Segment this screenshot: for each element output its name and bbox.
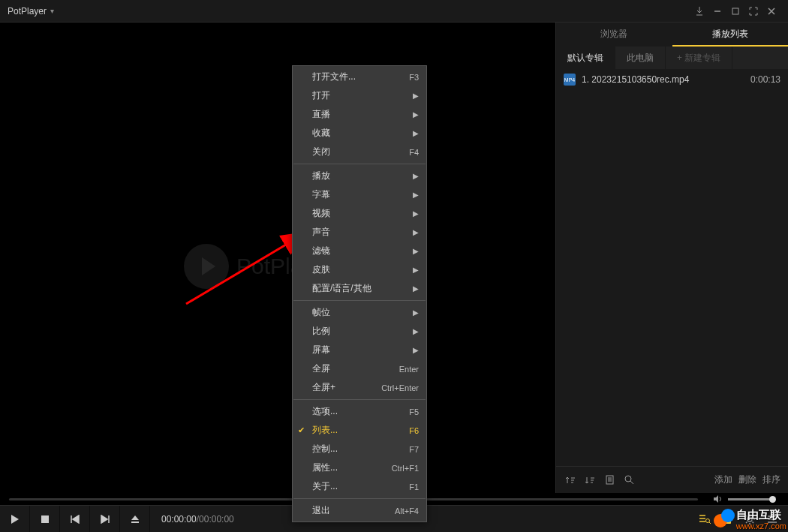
playlist-tab-default[interactable]: 默认专辑 — [556, 47, 615, 69]
svg-point-3 — [625, 476, 631, 482]
prev-button[interactable] — [60, 506, 90, 533]
check-icon: ✔ — [298, 425, 305, 435]
menu-separator — [293, 164, 426, 164]
menu-icon[interactable] — [761, 506, 783, 533]
menu-item-18[interactable]: 全屏+Ctrl+Enter — [293, 378, 426, 397]
next-button[interactable] — [90, 506, 120, 533]
menu-item-label: 声音 — [312, 226, 413, 239]
menu-item-7[interactable]: 字幕▶ — [293, 185, 426, 204]
minimize-button[interactable] — [708, 2, 726, 20]
submenu-arrow-icon: ▶ — [413, 266, 419, 274]
pin-button[interactable] — [690, 2, 708, 20]
menu-item-label: 收藏 — [312, 127, 413, 140]
menu-item-label: 全屏 — [312, 362, 399, 375]
file-type-icon: MP4 — [564, 74, 576, 86]
menu-item-shortcut: F5 — [409, 407, 419, 416]
menu-item-label: 直播 — [312, 108, 413, 121]
context-menu: 打开文件...F3打开▶直播▶收藏▶关闭F4播放▶字幕▶视频▶声音▶滤镜▶皮肤▶… — [292, 65, 427, 522]
menu-item-shortcut: F3 — [409, 73, 419, 82]
search-list-icon[interactable] — [693, 506, 716, 533]
menu-item-20[interactable]: 选项...F5 — [293, 402, 426, 421]
play-button[interactable] — [0, 506, 30, 533]
maximize-button[interactable] — [726, 2, 744, 20]
tab-browser[interactable]: 浏览器 — [556, 23, 672, 47]
playlist-tab-thispc[interactable]: 此电脑 — [615, 47, 666, 69]
menu-item-label: 全屏+ — [312, 381, 381, 394]
playlist-item[interactable]: MP41. 2023215103650rec.mp40:00:13 — [556, 69, 788, 90]
submenu-arrow-icon: ▶ — [413, 284, 419, 293]
svg-rect-0 — [732, 8, 738, 14]
menu-item-1[interactable]: 打开▶ — [293, 86, 426, 105]
playlist-tab-new[interactable]: + 新建专辑 — [666, 47, 732, 69]
sf-sort[interactable]: 排序 — [759, 473, 783, 486]
volume-icon[interactable] — [713, 494, 723, 503]
menu-item-label: 选项... — [312, 405, 409, 418]
menu-item-0[interactable]: 打开文件...F3 — [293, 68, 426, 86]
fullscreen-button[interactable] — [744, 2, 762, 20]
submenu-arrow-icon: ▶ — [413, 247, 419, 255]
menu-item-24[interactable]: 关于...F1 — [293, 477, 426, 496]
menu-item-10[interactable]: 滤镜▶ — [293, 242, 426, 260]
sf-doc-icon[interactable] — [600, 470, 619, 490]
menu-item-label: 皮肤 — [312, 263, 413, 276]
submenu-arrow-icon: ▶ — [413, 191, 419, 199]
menu-item-11[interactable]: 皮肤▶ — [293, 260, 426, 279]
chevron-down-icon[interactable]: ▾ — [50, 7, 54, 15]
app-title[interactable]: PotPlayer — [8, 6, 47, 17]
tab-playlist[interactable]: 播放列表 — [672, 23, 789, 47]
svg-rect-4 — [41, 515, 49, 523]
menu-item-3[interactable]: 收藏▶ — [293, 124, 426, 143]
sf-remove[interactable]: 删除 — [735, 473, 759, 486]
menu-item-15[interactable]: 比例▶ — [293, 322, 426, 341]
menu-item-26[interactable]: 退出Alt+F4 — [293, 501, 426, 520]
submenu-arrow-icon: ▶ — [413, 92, 419, 100]
menu-item-label: 关闭 — [312, 146, 409, 158]
eject-button[interactable] — [120, 506, 150, 533]
menu-item-22[interactable]: 控制...F7 — [293, 440, 426, 458]
stop-button[interactable] — [30, 506, 60, 533]
submenu-arrow-icon: ▶ — [413, 172, 419, 180]
menu-item-4[interactable]: 关闭F4 — [293, 143, 426, 161]
settings-icon[interactable] — [738, 506, 761, 533]
svg-point-7 — [747, 517, 752, 521]
submenu-arrow-icon: ▶ — [413, 110, 419, 119]
sf-search-icon[interactable] — [619, 470, 639, 490]
menu-item-2[interactable]: 直播▶ — [293, 105, 426, 124]
menu-item-label: 关于... — [312, 480, 409, 493]
menu-separator — [293, 399, 426, 400]
menu-item-shortcut: F1 — [409, 482, 419, 491]
menu-item-label: 播放 — [312, 170, 413, 182]
menu-item-shortcut: Alt+F4 — [395, 506, 419, 515]
menu-item-6[interactable]: 播放▶ — [293, 167, 426, 185]
menu-item-8[interactable]: 视频▶ — [293, 204, 426, 223]
menu-item-9[interactable]: 声音▶ — [293, 223, 426, 242]
menu-item-label: 配置/语言/其他 — [312, 282, 413, 295]
sf-sort-desc-icon[interactable] — [580, 470, 600, 490]
playlist-body[interactable]: MP41. 2023215103650rec.mp40:00:13 — [556, 69, 788, 466]
sf-add[interactable]: 添加 — [711, 473, 735, 486]
menu-item-17[interactable]: 全屏Enter — [293, 359, 426, 378]
menu-item-label: 控制... — [312, 443, 409, 455]
menu-item-label: 字幕 — [312, 188, 413, 201]
menu-item-16[interactable]: 屏幕▶ — [293, 341, 426, 359]
menu-item-21[interactable]: ✔列表...F6 — [293, 421, 426, 440]
submenu-arrow-icon: ▶ — [413, 327, 419, 335]
menu-item-shortcut: Ctrl+F1 — [392, 464, 419, 473]
close-button[interactable] — [762, 2, 780, 20]
time-display: 00:00:00 / 00:00:00 — [150, 514, 245, 524]
menu-item-14[interactable]: 帧位▶ — [293, 303, 426, 322]
playlist-panel: 浏览器 播放列表 默认专辑 此电脑 + 新建专辑 MP41. 202321510… — [555, 23, 788, 493]
menu-item-label: 属性... — [312, 461, 392, 474]
menu-item-23[interactable]: 属性...Ctrl+F1 — [293, 458, 426, 477]
menu-separator — [293, 498, 426, 499]
playlist-toggle-icon[interactable] — [716, 506, 738, 533]
menu-item-label: 打开文件... — [312, 71, 409, 83]
submenu-arrow-icon: ▶ — [413, 209, 419, 218]
menu-item-label: 列表... — [312, 424, 409, 437]
volume-slider[interactable] — [728, 498, 773, 500]
menu-item-12[interactable]: 配置/语言/其他▶ — [293, 279, 426, 298]
sf-sort-asc-icon[interactable] — [561, 470, 580, 490]
menu-item-shortcut: F4 — [409, 148, 419, 157]
submenu-arrow-icon: ▶ — [413, 129, 419, 137]
video-viewport[interactable]: PotPlayer 打开文件...F3打开▶直播▶收藏▶关闭F4播放▶字幕▶视频… — [0, 23, 555, 493]
